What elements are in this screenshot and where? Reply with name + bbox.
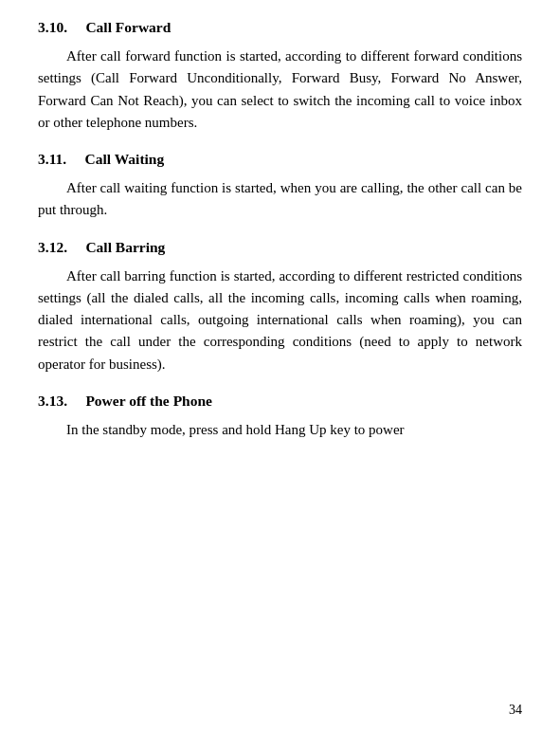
section-number-3-13: 3.13. — [38, 393, 67, 409]
section-body-3-11: After call waiting function is started, … — [38, 177, 522, 222]
section-title-3-13: Power off the Phone — [85, 393, 212, 409]
section-3-12: 3.12. Call Barring After call barring fu… — [38, 239, 522, 375]
section-title-3-10: Call Forward — [85, 19, 171, 35]
section-heading-3-11: 3.11. Call Waiting — [38, 151, 522, 168]
section-body-3-10: After call forward function is started, … — [38, 46, 522, 134]
section-title-3-12: Call Barring — [85, 239, 165, 255]
section-title-3-11: Call Waiting — [85, 151, 165, 167]
section-number-3-10: 3.10. — [38, 19, 67, 35]
section-heading-3-12: 3.12. Call Barring — [38, 239, 522, 256]
section-number-3-11: 3.11. — [38, 151, 66, 167]
section-body-3-13: In the standby mode, press and hold Hang… — [38, 419, 522, 441]
section-heading-3-13: 3.13. Power off the Phone — [38, 393, 522, 410]
section-3-13: 3.13. Power off the Phone In the standby… — [38, 393, 522, 441]
section-number-3-12: 3.12. — [38, 239, 67, 255]
section-3-11: 3.11. Call Waiting After call waiting fu… — [38, 151, 522, 222]
section-3-10: 3.10. Call Forward After call forward fu… — [38, 19, 522, 134]
section-heading-3-10: 3.10. Call Forward — [38, 19, 522, 36]
page-number: 34 — [509, 703, 522, 718]
section-body-3-12: After call barring function is started, … — [38, 265, 522, 375]
